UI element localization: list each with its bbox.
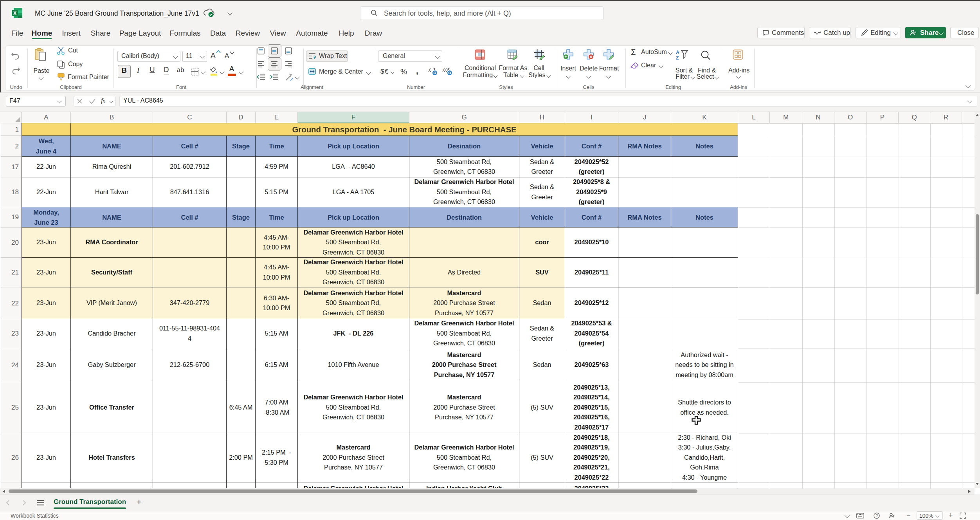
svg-text:X: X <box>13 11 16 16</box>
svg-text:.00: .00 <box>442 68 448 72</box>
svg-text:Z: Z <box>676 55 679 61</box>
svg-text:.0: .0 <box>428 68 432 72</box>
svg-text:A: A <box>676 50 679 55</box>
svg-text:?: ? <box>876 514 878 518</box>
